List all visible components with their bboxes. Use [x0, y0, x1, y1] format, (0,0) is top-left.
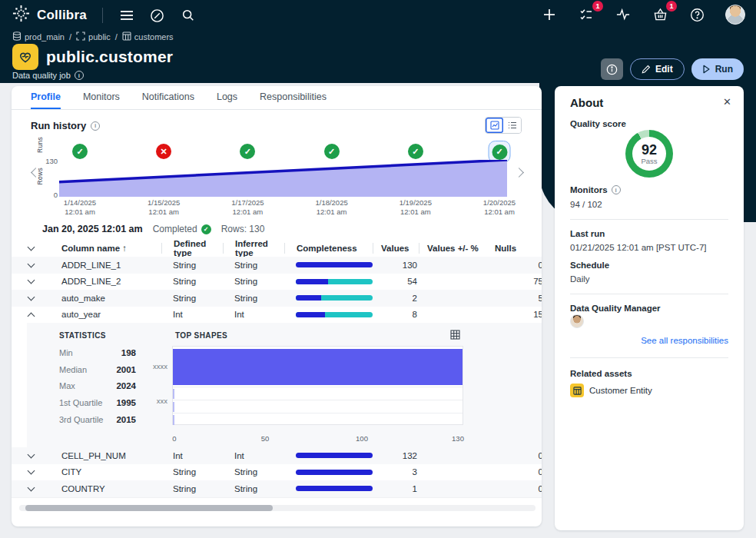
- cell-column-name: CELL_PH_NUM: [50, 451, 161, 460]
- cell-completeness: [284, 486, 373, 491]
- cell-completeness: [284, 295, 373, 301]
- run-success-icon[interactable]: ✓: [72, 144, 88, 159]
- run-time: 12:01 am: [231, 208, 264, 217]
- run-date-label: 1/18/202512:01 am: [315, 198, 347, 217]
- cell-values: 3: [373, 467, 419, 477]
- cell-inferred-type: String: [223, 294, 284, 303]
- scrollbar-thumb[interactable]: [25, 505, 273, 511]
- column-header-values[interactable]: Values: [373, 243, 419, 254]
- tab-monitors[interactable]: Monitors: [83, 86, 120, 109]
- related-asset-customer-entity[interactable]: Customer Entity: [570, 384, 652, 397]
- cell-defined-type: String: [161, 294, 223, 303]
- chart-view-button[interactable]: [486, 118, 503, 133]
- table-row-CELL_PH_NUM[interactable]: CELL_PH_NUMIntInt1320: [12, 447, 542, 464]
- search-icon[interactable]: [180, 7, 197, 24]
- stat-value: 2024: [116, 381, 136, 390]
- info-icon[interactable]: i: [612, 185, 621, 194]
- table-row-ADDR_LINE_2[interactable]: ADDR_LINE_2StringString5475: [12, 274, 542, 291]
- cell-nulls: 5: [492, 294, 542, 303]
- expand-chevron-icon[interactable]: [12, 280, 50, 283]
- cell-values: 1: [373, 484, 419, 493]
- run-button[interactable]: Run: [691, 58, 744, 80]
- manager-avatar[interactable]: [570, 314, 584, 328]
- run-history-title: Run history: [31, 120, 86, 131]
- expand-chevron-icon[interactable]: [12, 264, 50, 267]
- breadcrumb-separator: /: [69, 32, 71, 42]
- divider: [570, 357, 728, 358]
- column-header-defined-type[interactable]: Defined type: [161, 243, 223, 254]
- breadcrumb-item-customers[interactable]: customers: [122, 32, 174, 42]
- cell-completeness: [284, 262, 373, 267]
- stat-value: 198: [121, 348, 136, 357]
- breadcrumb-separator: /: [115, 32, 118, 42]
- tab-notifications[interactable]: Notifications: [142, 86, 194, 109]
- run-date: 1/15/2025: [148, 198, 180, 208]
- table-row-ADDR_LINE_1[interactable]: ADDR_LINE_1StringString1300: [12, 257, 542, 274]
- list-view-button[interactable]: [503, 118, 521, 133]
- expand-chevron-icon[interactable]: [12, 470, 50, 473]
- table-row-COUNTRY[interactable]: COUNTRYStringString10: [12, 480, 542, 497]
- collibra-logo[interactable]: Collibra: [12, 5, 87, 26]
- run-success-icon[interactable]: ✓: [408, 144, 423, 159]
- schedule-value: Daily: [570, 274, 590, 284]
- expand-chevron-icon[interactable]: [12, 297, 50, 300]
- table-icon: [122, 32, 131, 42]
- run-success-icon[interactable]: ✓: [492, 144, 507, 160]
- edit-button[interactable]: Edit: [630, 58, 685, 80]
- table-view-icon[interactable]: [450, 329, 460, 343]
- expand-chevron-icon[interactable]: [12, 311, 50, 319]
- run-success-icon[interactable]: ✓: [240, 144, 255, 159]
- explore-compass-icon[interactable]: [149, 7, 166, 24]
- add-icon[interactable]: [541, 6, 558, 23]
- tab-logs[interactable]: Logs: [217, 86, 237, 109]
- completeness-bar: [296, 295, 373, 301]
- chevron-right-icon[interactable]: [514, 168, 524, 178]
- menu-icon[interactable]: [118, 7, 135, 24]
- horizontal-scrollbar[interactable]: [19, 505, 536, 511]
- activity-icon[interactable]: [615, 6, 632, 23]
- column-header-nulls[interactable]: Nulls: [492, 243, 542, 254]
- cell-completeness: [284, 312, 373, 317]
- cell-nulls: 75: [492, 277, 542, 286]
- run-rows-count: Rows: 130: [221, 224, 265, 234]
- chevron-down-icon: [27, 467, 35, 475]
- cell-defined-type: Int: [161, 451, 223, 460]
- run-time: 12:01 am: [315, 208, 347, 217]
- run-time: 12:01 am: [64, 208, 96, 217]
- table-row-auto_make[interactable]: auto_makeStringString25: [12, 290, 542, 307]
- column-header-completeness[interactable]: Completeness: [284, 243, 373, 254]
- help-icon[interactable]: [688, 6, 705, 23]
- completeness-filled: [296, 279, 328, 284]
- stat-row-min: Min198: [59, 347, 136, 358]
- run-failed-icon[interactable]: ✕: [156, 144, 171, 159]
- selected-run-summary: Jan 20, 2025 12:01 am Completed ✓ Rows: …: [42, 224, 264, 234]
- column-header-values-pct[interactable]: Values +/- %: [419, 243, 492, 254]
- tab-responsibilities[interactable]: Responsibilities: [260, 86, 327, 109]
- collibra-logo-icon: [12, 5, 30, 26]
- tab-profile[interactable]: Profile: [31, 86, 61, 109]
- column-header-name[interactable]: Column name ↑: [50, 243, 161, 254]
- tasks-icon[interactable]: 1: [578, 6, 595, 23]
- table-icon: [570, 384, 584, 397]
- stat-label: Min: [59, 348, 73, 357]
- info-icon[interactable]: i: [75, 71, 84, 80]
- basket-icon[interactable]: 1: [652, 6, 668, 23]
- breadcrumb-item-public[interactable]: public: [76, 32, 111, 42]
- table-row-auto_year[interactable]: auto_yearIntInt815: [12, 307, 542, 324]
- data-quality-job-badge: [12, 44, 38, 70]
- see-all-responsibilities-link[interactable]: See all responsibilities: [641, 336, 728, 345]
- cell-inferred-type: Int: [223, 310, 284, 319]
- table-row-CITY[interactable]: CITYStringString30: [12, 464, 542, 481]
- info-icon[interactable]: i: [91, 121, 100, 131]
- expand-chevron-icon[interactable]: [12, 454, 50, 457]
- toggle-sidebar-button[interactable]: [601, 58, 623, 80]
- user-avatar[interactable]: [725, 5, 745, 25]
- completeness-bar: [296, 262, 373, 267]
- run-date: 1/20/2025: [483, 198, 516, 208]
- column-header-inferred-type[interactable]: Inferred type: [223, 243, 284, 254]
- collapse-all-button[interactable]: [12, 243, 50, 254]
- close-icon[interactable]: ✕: [723, 96, 731, 108]
- expand-chevron-icon[interactable]: [12, 487, 50, 490]
- breadcrumb-item-prod_main[interactable]: prod_main: [12, 32, 65, 42]
- run-success-icon[interactable]: ✓: [324, 144, 340, 159]
